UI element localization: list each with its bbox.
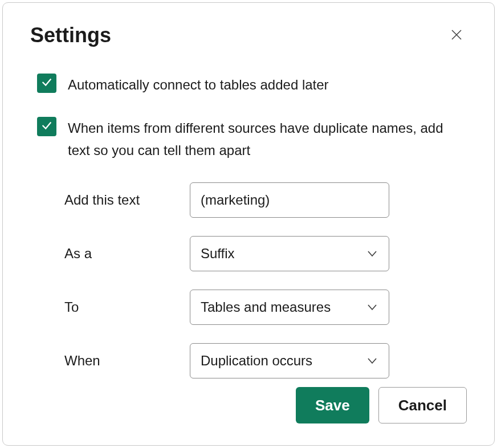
- to-select[interactable]: Tables and measures: [190, 290, 389, 325]
- checkbox-row-duplicate-names: When items from different sources have d…: [30, 117, 467, 162]
- add-text-label: Add this text: [64, 192, 190, 208]
- settings-dialog: Settings Automatically connect to tables…: [2, 2, 495, 446]
- to-select-wrapper: Tables and measures: [190, 290, 389, 325]
- form-row-as-a: As a Suffix: [64, 236, 467, 271]
- as-a-label: As a: [64, 246, 190, 262]
- duplicate-names-checkbox[interactable]: [37, 117, 56, 136]
- cancel-button[interactable]: Cancel: [378, 387, 467, 423]
- as-a-select-wrapper: Suffix: [190, 236, 389, 271]
- as-a-select[interactable]: Suffix: [190, 236, 389, 271]
- dialog-title: Settings: [30, 23, 111, 47]
- dialog-header: Settings: [30, 23, 467, 47]
- when-select[interactable]: Duplication occurs: [190, 343, 389, 378]
- form-row-to: To Tables and measures: [64, 290, 467, 325]
- form-row-add-text: Add this text: [64, 182, 467, 218]
- duplicate-names-label: When items from different sources have d…: [68, 117, 467, 162]
- when-select-wrapper: Duplication occurs: [190, 343, 389, 378]
- save-button[interactable]: Save: [296, 387, 369, 423]
- button-row: Save Cancel: [296, 387, 467, 423]
- check-icon: [40, 76, 53, 91]
- form-area: Add this text As a Suffix To Tables and …: [30, 182, 467, 378]
- add-text-input[interactable]: [190, 182, 389, 218]
- form-row-when: When Duplication occurs: [64, 343, 467, 378]
- checkbox-row-auto-connect: Automatically connect to tables added la…: [30, 74, 467, 96]
- check-icon: [40, 119, 53, 134]
- close-icon: [450, 28, 463, 43]
- auto-connect-checkbox[interactable]: [37, 74, 56, 93]
- close-button[interactable]: [446, 25, 467, 46]
- to-label: To: [64, 299, 190, 315]
- auto-connect-label: Automatically connect to tables added la…: [68, 74, 329, 96]
- when-label: When: [64, 353, 190, 369]
